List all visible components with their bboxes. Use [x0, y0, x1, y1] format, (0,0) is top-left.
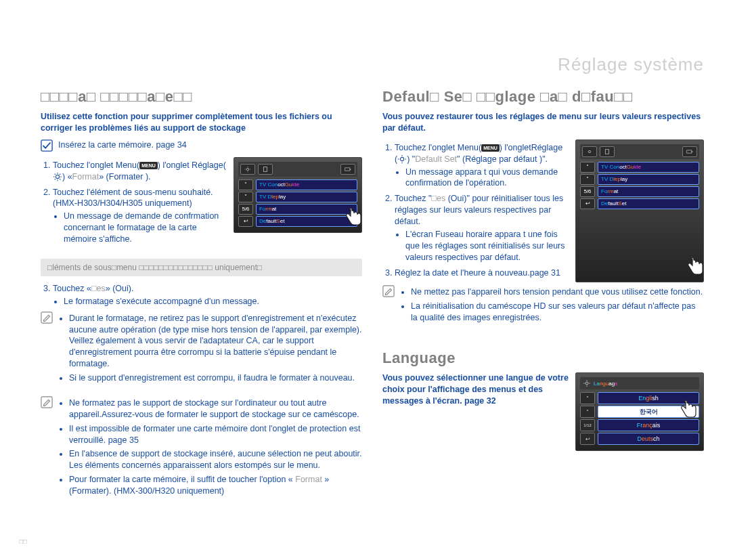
- format-warn2-li2: Il est impossible de formater une carte …: [69, 423, 362, 446]
- menu-icon: MENU: [139, 162, 158, 169]
- format-step-2: Touchez l'élément de sous-menu souhaité.…: [53, 187, 227, 245]
- svg-rect-17: [350, 169, 351, 169]
- svg-rect-29: [383, 286, 394, 297]
- svg-point-25: [588, 150, 590, 152]
- defaultset-warning: Ne mettez pas l'appareil hors tension pe…: [382, 285, 704, 330]
- panel-page-indicator: 1/12: [580, 419, 595, 431]
- panel-up-icon: ˄: [580, 392, 595, 404]
- pencil-icon: [382, 285, 395, 297]
- format-steps-continued: Touchez «□es» (Oui). Le formatage s'exéc…: [41, 283, 362, 307]
- panel-toolbar: [238, 162, 357, 177]
- insert-card-text: Insérez la carte mémoire. page 34: [58, 139, 187, 151]
- gear-icon: [53, 172, 62, 181]
- defaultset-step2-bullet: L'écran Fuseau horaire appara t une fois…: [405, 229, 567, 263]
- panel-back-icon: ↩: [238, 216, 253, 227]
- panel-down-icon: ˅: [238, 192, 253, 202]
- defaultset-steps: Touchez l'onglet Menu(MENU) l'ongletRégl…: [382, 142, 567, 279]
- defaultset-step-3: Réglez la date et l'heure à nouveau.page…: [395, 267, 567, 279]
- svg-rect-19: [41, 397, 52, 408]
- svg-rect-16: [345, 168, 350, 171]
- language-block: Language ˄English ˅한국어 1/12Français ↩Deu…: [382, 372, 704, 455]
- panel-page-indicator: 5/6: [580, 186, 595, 197]
- panel-battery-icon: [682, 146, 697, 157]
- svg-rect-0: [41, 140, 52, 151]
- svg-rect-27: [687, 150, 692, 153]
- format-warn1-li1: Durant le formatage, ne retirez pas le s…: [69, 313, 362, 370]
- panel-up-icon: ˄: [580, 162, 595, 173]
- pencil-icon: [41, 396, 53, 408]
- format-warn2-li3: En l'absence de support de stockage insé…: [69, 448, 362, 471]
- format-warn2-li4: Pour formater la carte mémoire, il suffi…: [69, 474, 362, 497]
- svg-rect-26: [606, 149, 609, 154]
- format-step-1: Touchez l'onglet Menu(MENU) l'onglet Rég…: [53, 160, 227, 183]
- touch-hand-icon: [341, 205, 366, 230]
- format-warn2-li1: Ne formatez pas le support de stockage s…: [69, 397, 362, 421]
- defaultset-warn-li2: La réinitialisation du caméscope HD sur …: [411, 301, 704, 324]
- svg-rect-15: [264, 167, 267, 171]
- defaultset-panel-screenshot: ˄TV Conoct Guide ˅TV Dleplay 5/6Format ↩…: [575, 139, 704, 283]
- svg-point-10: [246, 168, 248, 170]
- gear-icon: [397, 154, 407, 164]
- settings-panel-screenshot: ˄TV Conoct Guide ˅TV Dleplay 5/6Format ↩…: [234, 157, 362, 233]
- panel-doc-icon: [258, 164, 273, 175]
- language-item-deutsch: Deutsch: [598, 433, 699, 445]
- svg-line-9: [60, 174, 60, 175]
- svg-rect-28: [692, 151, 692, 152]
- svg-rect-18: [41, 312, 52, 323]
- format-warning-1: Durant le formatage, ne retirez pas le s…: [41, 311, 362, 391]
- svg-point-30: [585, 382, 588, 385]
- panel-item-defaultset: Default Set: [598, 198, 699, 209]
- language-panel-title: Language: [580, 377, 699, 389]
- panel-battery-icon: [340, 164, 355, 175]
- panel-page-indicator: 5/6: [238, 204, 253, 215]
- page-number: □□: [19, 538, 27, 545]
- panel-gear-icon: [240, 164, 255, 175]
- svg-line-8: [55, 179, 56, 179]
- svg-point-1: [56, 175, 59, 179]
- defaultset-step-2: Touchez "□es (Oui)" pour réinitialiser t…: [395, 193, 567, 263]
- panel-doc-icon: [600, 146, 615, 157]
- panel-down-icon: ˅: [580, 174, 595, 185]
- right-column: Defaul□ Se□ □□glage □a□ d□fau□□ Vous pou…: [382, 81, 704, 509]
- panel-down-icon: ˅: [580, 406, 595, 418]
- defaultset-step-1: Touchez l'onglet Menu(MENU) l'ongletRégl…: [395, 142, 567, 190]
- menu-icon: MENU: [481, 144, 500, 152]
- pencil-icon: [41, 311, 53, 324]
- submenu-elements-bar: □léments de sous□menu □□□□□□□□□□□□□□□ un…: [41, 259, 362, 276]
- panel-item-format: Format: [598, 186, 699, 197]
- format-step-2-bullet: Un message de demande de confrmation con…: [64, 211, 227, 245]
- format-step-3: Touchez «□es» (Oui). Le formatage s'exéc…: [53, 283, 362, 307]
- panel-toolbar: [580, 144, 699, 159]
- format-steps: Touchez l'onglet Menu(MENU) l'onglet Rég…: [41, 160, 227, 245]
- panel-item-tvdisplay: TV Dleplay: [256, 192, 357, 202]
- panel-item-tvdisplay: TV Dleplay: [598, 174, 699, 185]
- language-heading: Language: [382, 349, 704, 367]
- svg-point-20: [401, 158, 404, 161]
- two-columns: □□□□a□ □□□□□a□e□□ Utilisez cette fonctio…: [41, 81, 704, 509]
- insert-card-note: Insérez la carte mémoire. page 34: [41, 139, 362, 152]
- defaultset-step1-bullet: Un message appara t qui vous demande con…: [405, 167, 567, 190]
- touch-hand-icon: [683, 255, 707, 279]
- check-icon: [41, 139, 53, 152]
- defaultset-heading: Defaul□ Se□ □□glage □a□ d□fau□□: [382, 88, 704, 106]
- language-panel-screenshot: Language ˄English ˅한국어 1/12Français ↩Deu…: [575, 372, 704, 451]
- touch-hand-icon: [676, 397, 701, 422]
- panel-item-tvconnect: TV Conoct Guide: [598, 162, 699, 173]
- format-heading: □□□□a□ □□□□□a□e□□: [41, 88, 362, 106]
- left-column: □□□□a□ □□□□□a□e□□ Utilisez cette fonctio…: [41, 81, 362, 509]
- format-warning-2: Ne formatez pas le support de stockage s…: [41, 396, 362, 504]
- panel-up-icon: ˄: [238, 179, 253, 190]
- defaultset-intro: Vous pouvez restaurer tous les réglages …: [382, 111, 704, 134]
- svg-line-7: [60, 179, 60, 179]
- defaultset-warn-li1: Ne mettez pas l'appareil hors tension pe…: [411, 286, 704, 298]
- panel-back-icon: ↩: [580, 198, 595, 209]
- panel-item-tvconnect: TV Conoct Guide: [256, 179, 357, 190]
- page: Réglage système □□□□a□ □□□□□a□e□□ Utilis…: [0, 0, 731, 560]
- format-steps-row: Touchez l'onglet Menu(MENU) l'onglet Rég…: [41, 157, 362, 249]
- format-warn1-li2: Si le support d'enregistrement est corro…: [69, 372, 362, 384]
- svg-line-6: [55, 174, 56, 175]
- defaultset-row: Touchez l'onglet Menu(MENU) l'ongletRégl…: [382, 139, 704, 283]
- section-title: Réglage système: [558, 54, 704, 75]
- format-step-3-bullet: Le formatage s'exécute accompagné d'un m…: [64, 296, 362, 307]
- gear-icon: [583, 379, 591, 387]
